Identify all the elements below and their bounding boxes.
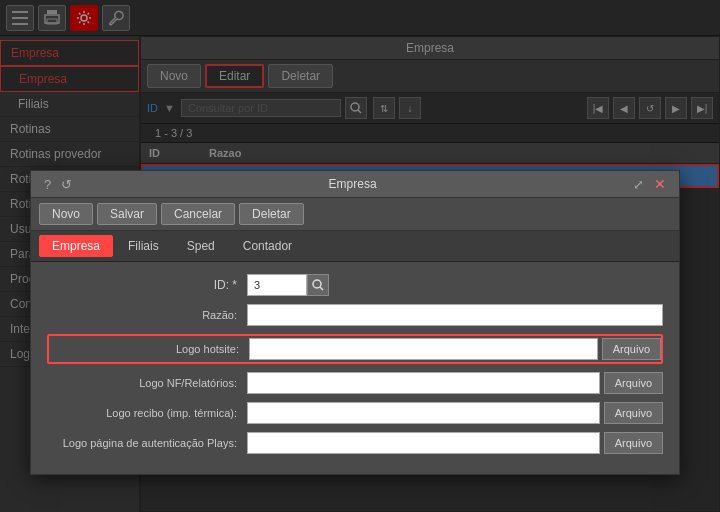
razao-label: Razão:: [47, 309, 247, 321]
logo-hotsite-field[interactable]: [249, 338, 598, 360]
form-row-razao: Razão:: [47, 304, 663, 326]
id-field-wrapper: [247, 274, 663, 296]
logo-recibo-label: Logo recibo (imp. térmica):: [47, 407, 247, 419]
modal-expand-btn[interactable]: ⤢: [630, 177, 647, 192]
modal-overlay: ? ↺ Empresa ⤢ ✕ Novo Salvar Cancelar Del…: [0, 0, 720, 512]
tab-empresa[interactable]: Empresa: [39, 235, 113, 257]
logo-recibo-field[interactable]: [247, 402, 600, 424]
modal-close-btn[interactable]: ✕: [651, 176, 669, 192]
modal-help-btn[interactable]: ?: [41, 177, 54, 192]
logo-plays-label: Logo página de autenticação Plays:: [47, 437, 247, 449]
form-row-logo-recibo: Logo recibo (imp. térmica): Arquivo: [47, 402, 663, 424]
logo-nf-field[interactable]: [247, 372, 600, 394]
modal-titlebar: ? ↺ Empresa ⤢ ✕: [31, 171, 679, 198]
logo-nf-label: Logo NF/Relatórios:: [47, 377, 247, 389]
empresa-modal: ? ↺ Empresa ⤢ ✕ Novo Salvar Cancelar Del…: [30, 170, 680, 475]
modal-salvar-btn[interactable]: Salvar: [97, 203, 157, 225]
form-row-id: ID: *: [47, 274, 663, 296]
modal-cancelar-btn[interactable]: Cancelar: [161, 203, 235, 225]
form-row-logo-nf: Logo NF/Relatórios: Arquivo: [47, 372, 663, 394]
logo-plays-field[interactable]: [247, 432, 600, 454]
svg-line-10: [320, 287, 323, 290]
logo-hotsite-label: Logo hotsite:: [49, 343, 249, 355]
id-field[interactable]: [247, 274, 307, 296]
modal-deletar-btn[interactable]: Deletar: [239, 203, 304, 225]
id-search-icon[interactable]: [307, 274, 329, 296]
logo-hotsite-arquivo-btn[interactable]: Arquivo: [602, 338, 661, 360]
modal-tabs: Empresa Filiais Sped Contador: [31, 231, 679, 262]
form-row-logo-hotsite: Logo hotsite: Arquivo: [47, 334, 663, 364]
logo-plays-arquivo-btn[interactable]: Arquivo: [604, 432, 663, 454]
logo-recibo-arquivo-btn[interactable]: Arquivo: [604, 402, 663, 424]
razao-field[interactable]: [247, 304, 663, 326]
id-field-label: ID: *: [47, 278, 247, 292]
modal-refresh-btn[interactable]: ↺: [58, 177, 75, 192]
modal-controls-left: ? ↺: [41, 177, 75, 192]
modal-title: Empresa: [75, 177, 630, 191]
modal-toolbar: Novo Salvar Cancelar Deletar: [31, 198, 679, 231]
tab-contador[interactable]: Contador: [230, 235, 305, 257]
modal-form: ID: * Razão: Logo hotsite: Arquivo: [31, 262, 679, 474]
tab-filiais[interactable]: Filiais: [115, 235, 172, 257]
svg-point-9: [313, 280, 321, 288]
tab-sped[interactable]: Sped: [174, 235, 228, 257]
modal-novo-btn[interactable]: Novo: [39, 203, 93, 225]
form-row-logo-plays: Logo página de autenticação Plays: Arqui…: [47, 432, 663, 454]
modal-controls-right: ⤢ ✕: [630, 176, 669, 192]
logo-nf-arquivo-btn[interactable]: Arquivo: [604, 372, 663, 394]
